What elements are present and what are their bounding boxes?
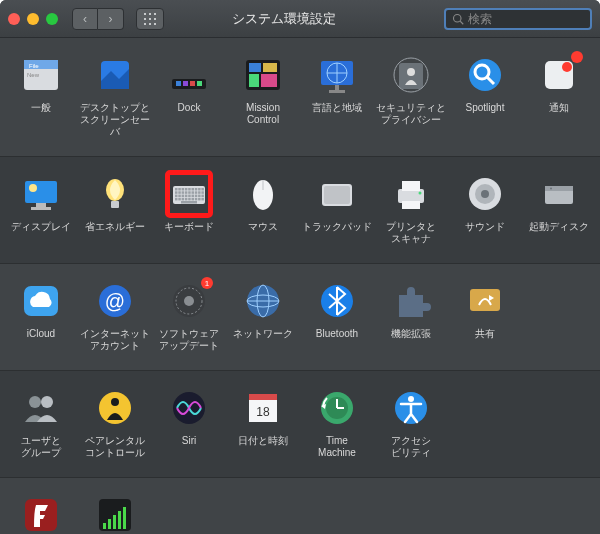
datetime-icon-wrap: 18 bbox=[242, 387, 284, 429]
svg-point-40 bbox=[562, 62, 572, 72]
pref-keyboard[interactable]: キーボード bbox=[152, 169, 226, 249]
svg-rect-21 bbox=[197, 81, 202, 86]
svg-line-10 bbox=[460, 21, 463, 24]
svg-rect-134 bbox=[123, 507, 126, 529]
svg-rect-98 bbox=[545, 186, 573, 191]
siri-icon bbox=[169, 388, 209, 428]
svg-rect-57 bbox=[201, 188, 204, 191]
pref-label: 言語と地域 bbox=[310, 102, 364, 124]
pref-datetime[interactable]: 18日付と時刻 bbox=[226, 383, 300, 463]
parental-icon bbox=[95, 388, 135, 428]
svg-rect-78 bbox=[182, 198, 185, 201]
forward-button[interactable]: › bbox=[98, 8, 124, 30]
svg-rect-55 bbox=[195, 188, 198, 191]
keyboard-icon bbox=[169, 174, 209, 214]
svg-rect-83 bbox=[198, 198, 201, 201]
pref-timemachine[interactable]: Time Machine bbox=[300, 383, 374, 463]
pref-general[interactable]: FileNew一般 bbox=[4, 50, 78, 142]
sharing-icon-wrap bbox=[464, 280, 506, 322]
svg-rect-73 bbox=[195, 195, 198, 198]
svg-text:New: New bbox=[27, 72, 40, 78]
zoom-button[interactable] bbox=[46, 13, 58, 25]
pref-extensions[interactable]: 機能拡張 bbox=[374, 276, 448, 356]
extensions-icon bbox=[391, 281, 431, 321]
svg-rect-18 bbox=[176, 81, 181, 86]
mouse-icon bbox=[243, 174, 283, 214]
pref-mission[interactable]: Mission Control bbox=[226, 50, 300, 142]
pref-desktop[interactable]: デスクトップと スクリーンセーバ bbox=[78, 50, 152, 142]
svg-rect-76 bbox=[175, 198, 178, 201]
icloud-icon bbox=[21, 281, 61, 321]
pref-mouse[interactable]: マウス bbox=[226, 169, 300, 249]
energy-icon bbox=[95, 174, 135, 214]
svg-rect-131 bbox=[108, 519, 111, 529]
pref-update[interactable]: 1ソフトウェア アップデート bbox=[152, 276, 226, 356]
siri-icon-wrap bbox=[168, 387, 210, 429]
pref-icloud[interactable]: iCloud bbox=[4, 276, 78, 356]
pref-notifications[interactable]: 通知 bbox=[522, 50, 596, 142]
pref-accounts[interactable]: @インターネット アカウント bbox=[78, 276, 152, 356]
pref-printers[interactable]: プリンタと スキャナ bbox=[374, 169, 448, 249]
back-button[interactable]: ‹ bbox=[72, 8, 98, 30]
close-button[interactable] bbox=[8, 13, 20, 25]
pref-sharing[interactable]: 共有 bbox=[448, 276, 522, 356]
svg-rect-72 bbox=[192, 195, 195, 198]
svg-rect-63 bbox=[192, 191, 195, 194]
displays-icon-wrap bbox=[20, 173, 62, 215]
lang-icon bbox=[317, 55, 357, 95]
svg-rect-67 bbox=[175, 195, 178, 198]
svg-point-96 bbox=[481, 190, 489, 198]
pref-spotlight[interactable]: Spotlight bbox=[448, 50, 522, 142]
pref-bluetooth[interactable]: Bluetooth bbox=[300, 276, 374, 356]
svg-rect-66 bbox=[201, 191, 204, 194]
svg-rect-51 bbox=[182, 188, 185, 191]
pref-energy[interactable]: 省エネルギー bbox=[78, 169, 152, 249]
pref-security[interactable]: セキュリティと プライバシー bbox=[374, 50, 448, 142]
svg-rect-80 bbox=[188, 198, 191, 201]
pref-row: iCloud@インターネット アカウント1ソフトウェア アップデートネットワーク… bbox=[0, 264, 600, 371]
svg-text:18: 18 bbox=[256, 405, 270, 419]
pref-trackpad[interactable]: トラックパッド bbox=[300, 169, 374, 249]
svg-rect-50 bbox=[178, 188, 181, 191]
keyboard-icon-wrap bbox=[168, 173, 210, 215]
svg-rect-69 bbox=[182, 195, 185, 198]
svg-rect-24 bbox=[263, 63, 277, 72]
pref-sl4[interactable]: SL 4 bbox=[78, 490, 152, 534]
accessibility-icon-wrap bbox=[390, 387, 432, 429]
pref-displays[interactable]: ディスプレイ bbox=[4, 169, 78, 249]
pref-network[interactable]: ネットワーク bbox=[226, 276, 300, 356]
search-field[interactable] bbox=[444, 8, 592, 30]
search-icon bbox=[452, 13, 464, 25]
pref-dock[interactable]: Dock bbox=[152, 50, 226, 142]
pref-label: Time Machine bbox=[316, 435, 358, 459]
svg-rect-62 bbox=[188, 191, 191, 194]
sharing-icon bbox=[465, 281, 505, 321]
update-icon-wrap: 1 bbox=[168, 280, 210, 322]
security-icon-wrap bbox=[390, 54, 432, 96]
svg-point-93 bbox=[419, 192, 422, 195]
pref-label: ソフトウェア アップデート bbox=[157, 328, 221, 352]
mouse-icon-wrap bbox=[242, 173, 284, 215]
pref-users[interactable]: ユーザと グループ bbox=[4, 383, 78, 463]
minimize-button[interactable] bbox=[27, 13, 39, 25]
pref-siri[interactable]: Siri bbox=[152, 383, 226, 463]
timemachine-icon bbox=[317, 388, 357, 428]
svg-rect-65 bbox=[198, 191, 201, 194]
startup-icon bbox=[539, 174, 579, 214]
sl4-icon-wrap bbox=[94, 494, 136, 534]
svg-rect-85 bbox=[181, 201, 197, 204]
flash-icon bbox=[21, 495, 61, 534]
badge bbox=[571, 51, 583, 63]
pref-label: ネットワーク bbox=[231, 328, 295, 350]
search-input[interactable] bbox=[468, 12, 584, 26]
flash-icon-wrap bbox=[20, 494, 62, 534]
pref-parental[interactable]: ペアレンタル コントロール bbox=[78, 383, 152, 463]
pref-flash[interactable]: Flash Player bbox=[4, 490, 78, 534]
network-icon bbox=[243, 281, 283, 321]
pref-lang[interactable]: 言語と地域 bbox=[300, 50, 374, 142]
pref-sound[interactable]: サウンド bbox=[448, 169, 522, 249]
pref-label: 機能拡張 bbox=[389, 328, 433, 350]
svg-rect-84 bbox=[201, 198, 204, 201]
pref-startup[interactable]: 起動ディスク bbox=[522, 169, 596, 249]
pref-accessibility[interactable]: アクセシ ビリティ bbox=[374, 383, 448, 463]
